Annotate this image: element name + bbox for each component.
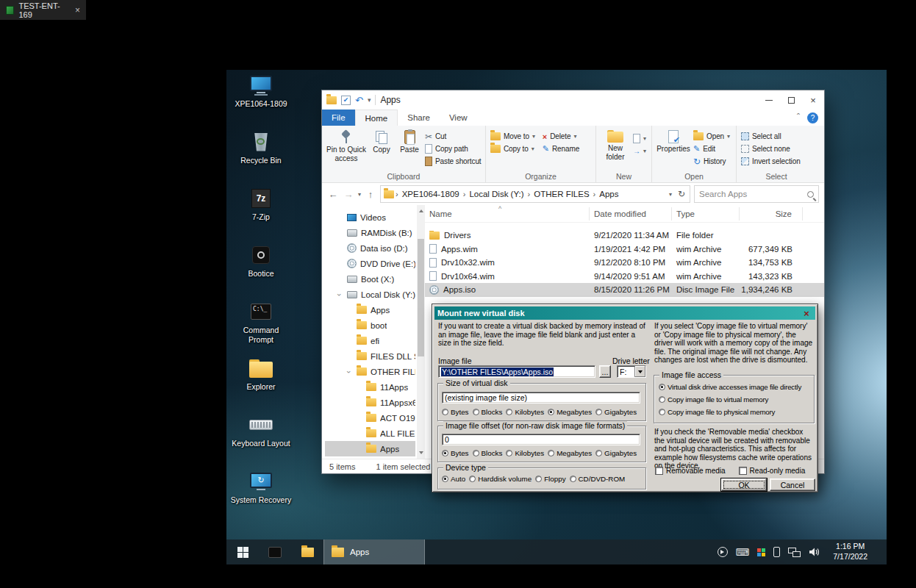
select-all-button[interactable]: Select all: [741, 131, 801, 142]
nav-item-boot-x[interactable]: Boot (X:): [325, 271, 415, 287]
size-radio-gigabytes[interactable]: Gigabytes: [595, 408, 637, 416]
move-to-button[interactable]: Move to ▾: [490, 131, 535, 142]
nav-item-efi[interactable]: efi: [325, 333, 415, 348]
new-item-button[interactable]: ▾: [633, 133, 646, 144]
address-dropdown-icon[interactable]: ▾: [669, 191, 672, 198]
nav-item-act-o19-w[interactable]: ACT O19 W: [325, 410, 415, 426]
scroll-down-icon[interactable]: [417, 449, 425, 459]
nav-item-ramdisk-b[interactable]: RAMDisk (B:): [325, 225, 415, 240]
ok-button[interactable]: OK: [721, 478, 767, 491]
taskbar-explorer-button[interactable]: [291, 539, 323, 564]
tab-share[interactable]: Share: [398, 110, 440, 126]
ribbon-collapse-icon[interactable]: ˆ: [797, 112, 800, 123]
file-row-drv10x64-wim[interactable]: Drv10x64.wim9/14/2020 9:51 AMwim Archive…: [425, 270, 824, 284]
taskbar-task-apps[interactable]: Apps: [323, 539, 425, 564]
column-header-type[interactable]: Type: [672, 207, 740, 220]
drive-letter-select[interactable]: F:: [617, 365, 646, 378]
file-row-drivers[interactable]: Drivers9/21/2020 11:34 AMFile folder: [425, 229, 824, 243]
minimize-button[interactable]: [758, 90, 780, 110]
offset-radio-kilobytes[interactable]: Kilobytes: [506, 449, 544, 457]
maximize-button[interactable]: [780, 90, 802, 110]
cut-button[interactable]: ✂ Cut: [425, 131, 482, 142]
desktop-icon-command-prompt[interactable]: C:\_Command Prompt: [229, 299, 293, 356]
device-radio-cd-dvd-rom[interactable]: CD/DVD-ROM: [570, 475, 626, 483]
column-header-date-modified[interactable]: Date modified: [590, 207, 672, 220]
dual-monitor-icon[interactable]: [788, 548, 801, 557]
tab-home[interactable]: Home: [355, 110, 398, 126]
size-input[interactable]: (existing image file size): [442, 392, 640, 404]
offset-radio-bytes[interactable]: Bytes: [442, 449, 469, 457]
nav-item-boot[interactable]: boot: [325, 318, 415, 333]
file-row-drv10x32-wim[interactable]: Drv10x32.wim9/12/2020 8:10 PMwim Archive…: [425, 256, 824, 270]
device-radio-auto[interactable]: Auto: [442, 475, 465, 483]
undo-icon[interactable]: ↶: [355, 95, 363, 106]
close-button[interactable]: ×: [802, 90, 824, 110]
open-button[interactable]: Open ▾: [693, 131, 730, 142]
offset-input[interactable]: 0: [442, 434, 640, 445]
taskbar-clock[interactable]: 1:16 PM 7/17/2022: [833, 542, 867, 562]
device-radio-floppy[interactable]: Floppy: [535, 475, 565, 483]
breadcrumb-item-other-files[interactable]: OTHER FILES: [532, 190, 591, 198]
up-button[interactable]: ↑: [365, 189, 376, 200]
file-row-apps-wim[interactable]: Apps.wim1/19/2021 4:42 PMwim Archive677,…: [425, 243, 824, 257]
offset-radio-gigabytes[interactable]: Gigabytes: [595, 449, 637, 457]
desktop-icon-recycle-bin[interactable]: Recycle Bin: [229, 129, 293, 186]
desktop-icon-keyboard-layout[interactable]: Keyboard Layout: [229, 412, 293, 469]
refresh-icon[interactable]: ↻: [678, 189, 685, 199]
desktop-icon-xpe1064-1809[interactable]: XPE1064-1809: [229, 73, 293, 129]
nav-item-videos[interactable]: Videos: [325, 209, 415, 225]
copy-button[interactable]: Copy: [369, 128, 394, 171]
cancel-button[interactable]: Cancel: [770, 478, 815, 491]
copy-to-button[interactable]: Copy to ▾: [490, 143, 535, 154]
new-folder-button[interactable]: New folder: [601, 128, 630, 171]
image-file-input[interactable]: Y:\OTHER FILES\Apps\Apps.iso: [438, 365, 595, 378]
forward-button[interactable]: →: [343, 189, 354, 200]
edit-button[interactable]: ✎ Edit: [693, 143, 730, 154]
browse-button[interactable]: ...: [599, 365, 611, 378]
nav-item-dvd-drive-e[interactable]: DVD Drive (E:): [325, 256, 415, 271]
search-input[interactable]: Search Apps: [694, 185, 819, 203]
delete-button[interactable]: × Delete ▾: [543, 131, 579, 142]
taskbar-pe-tool-button[interactable]: [259, 539, 291, 564]
desktop-icon-bootice[interactable]: Bootice: [229, 243, 293, 299]
media-player-icon[interactable]: [718, 547, 728, 557]
help-icon[interactable]: ?: [807, 112, 818, 123]
column-header-size[interactable]: Size: [740, 207, 803, 220]
desktop-icon-explorer[interactable]: Explorer: [229, 356, 293, 412]
dialog-titlebar[interactable]: Mount new virtual disk ×: [434, 306, 815, 320]
size-radio-kilobytes[interactable]: Kilobytes: [506, 408, 544, 416]
qat-properties-icon[interactable]: ✔: [341, 96, 351, 105]
keyboard-icon[interactable]: ⌨: [736, 548, 750, 557]
desktop-icon-system-recovery[interactable]: ↻System Recovery: [229, 469, 293, 526]
tab-file[interactable]: File: [322, 110, 355, 126]
nav-item-data-iso-d[interactable]: Data iso (D:): [325, 240, 415, 256]
select-none-button[interactable]: Select none: [741, 143, 801, 154]
display-color-icon[interactable]: [757, 548, 765, 556]
paste-shortcut-button[interactable]: Paste shortcut: [425, 156, 482, 167]
tab-view[interactable]: View: [440, 110, 477, 126]
invert-selection-button[interactable]: Invert selection: [741, 156, 801, 167]
breadcrumb-item-local-disk-y[interactable]: Local Disk (Y:): [467, 190, 526, 198]
qat-customize-icon[interactable]: ▾: [368, 96, 371, 104]
nav-item-apps[interactable]: Apps: [325, 302, 415, 318]
size-radio-bytes[interactable]: Bytes: [442, 408, 469, 416]
file-row-apps-iso[interactable]: Apps.iso8/15/2020 11:26 PMDisc Image Fil…: [425, 283, 824, 297]
nav-item-local-disk-y[interactable]: ›Local Disk (Y:): [325, 287, 415, 302]
nav-item-other-files[interactable]: ›OTHER FILES: [325, 364, 415, 379]
properties-button[interactable]: Properties: [656, 128, 690, 171]
dropdown-icon[interactable]: [634, 366, 645, 377]
nav-item-11apps[interactable]: 11Apps: [325, 379, 415, 395]
desktop-icon-7-zip[interactable]: 7z7-Zip: [229, 186, 293, 243]
volume-icon[interactable]: [809, 547, 820, 557]
vm-tab-close-icon[interactable]: ×: [75, 5, 80, 15]
size-radio-blocks[interactable]: Blocks: [473, 408, 503, 416]
vm-tab[interactable]: TEST-ENT-169 ×: [0, 0, 87, 20]
mobile-device-icon[interactable]: [773, 547, 780, 557]
scroll-up-icon[interactable]: [417, 205, 425, 215]
nav-item-all-files-fi[interactable]: ALL FILES FI: [325, 426, 415, 441]
history-button[interactable]: ↻ History: [693, 156, 730, 167]
easy-access-button[interactable]: → ▾: [633, 146, 646, 157]
dialog-close-icon[interactable]: ×: [801, 308, 812, 319]
nav-scrollbar[interactable]: [417, 205, 425, 459]
access-radio-copy-image-file-to-virtual-memory[interactable]: Copy image file to virtual memory: [659, 395, 812, 404]
